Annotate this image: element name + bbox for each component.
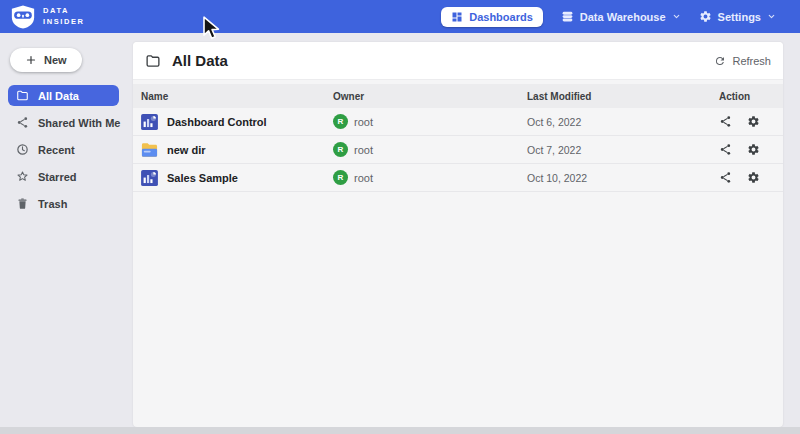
owl-logo-icon xyxy=(10,4,36,30)
row-modified: Oct 6, 2022 xyxy=(527,116,581,128)
action-cell xyxy=(719,115,775,128)
chevron-down-icon xyxy=(672,12,681,21)
share-button[interactable] xyxy=(719,115,732,128)
nav-settings-button[interactable]: Settings xyxy=(699,10,776,23)
dashboard-file-icon xyxy=(141,114,158,130)
main-panel: All Data Refresh Name Owner Last Modifie… xyxy=(133,42,783,427)
share-icon xyxy=(16,116,29,129)
refresh-button[interactable]: Refresh xyxy=(714,55,771,67)
owner-avatar-initial: R xyxy=(338,145,344,154)
gear-icon xyxy=(747,115,760,128)
owner-name: root xyxy=(354,172,373,184)
bottom-strip xyxy=(0,427,800,434)
owner-cell: R root xyxy=(333,142,527,157)
dashboards-icon xyxy=(451,11,463,23)
row-name[interactable]: Dashboard Control xyxy=(167,116,267,128)
dashboard-file-icon xyxy=(141,170,158,186)
last-modified-cell: Oct 6, 2022 xyxy=(527,116,719,128)
chevron-down-icon xyxy=(767,12,776,21)
brand-line1: DATA xyxy=(43,6,85,16)
plus-icon xyxy=(25,54,37,66)
table-row[interactable]: new dir R root Oct 7, 2022 xyxy=(133,136,783,164)
row-modified: Oct 7, 2022 xyxy=(527,144,581,156)
page-title: All Data xyxy=(172,52,228,69)
name-cell: Sales Sample xyxy=(141,170,333,186)
trash-icon xyxy=(16,197,29,210)
owner-avatar-initial: R xyxy=(338,173,344,182)
table-row[interactable]: Sales Sample R root Oct 10, 2022 xyxy=(133,164,783,192)
owner-cell: R root xyxy=(333,114,527,129)
sidebar-item-trash[interactable]: Trash xyxy=(8,193,119,214)
app-window: DATA INSIDER Dashboards Data Warehouse S… xyxy=(0,0,800,434)
owner-avatar: R xyxy=(333,170,348,185)
new-button[interactable]: New xyxy=(10,48,82,72)
refresh-label: Refresh xyxy=(732,55,771,67)
gear-icon xyxy=(747,171,760,184)
row-name[interactable]: new dir xyxy=(167,144,206,156)
share-button[interactable] xyxy=(719,171,732,184)
owner-name: root xyxy=(354,116,373,128)
sidebar-item-all-data[interactable]: All Data xyxy=(8,85,119,106)
nav-dashboards-label: Dashboards xyxy=(469,11,533,23)
last-modified-cell: Oct 10, 2022 xyxy=(527,172,719,184)
new-button-label: New xyxy=(44,54,67,66)
action-cell xyxy=(719,143,775,156)
clock-icon xyxy=(16,143,29,156)
share-icon xyxy=(719,115,732,128)
top-nav: Dashboards Data Warehouse Settings xyxy=(441,7,776,27)
sidebar-item-label: Trash xyxy=(38,198,67,210)
last-modified-cell: Oct 7, 2022 xyxy=(527,144,719,156)
name-cell: Dashboard Control xyxy=(141,114,333,130)
star-icon xyxy=(16,170,29,183)
row-settings-button[interactable] xyxy=(747,143,760,156)
sidebar: New All Data Shared With Me Recent Starr… xyxy=(0,33,127,427)
main-header: All Data Refresh xyxy=(133,42,783,80)
column-header-owner: Owner xyxy=(333,91,527,102)
row-settings-button[interactable] xyxy=(747,171,760,184)
database-icon xyxy=(561,10,574,23)
sidebar-item-starred[interactable]: Starred xyxy=(8,166,119,187)
sidebar-item-recent[interactable]: Recent xyxy=(8,139,119,160)
sidebar-item-label: All Data xyxy=(38,90,79,102)
gear-icon xyxy=(747,143,760,156)
row-name[interactable]: Sales Sample xyxy=(167,172,238,184)
folder-icon xyxy=(145,53,161,69)
column-header-action: Action xyxy=(719,91,775,102)
row-modified: Oct 10, 2022 xyxy=(527,172,587,184)
name-cell: new dir xyxy=(141,142,333,158)
owner-avatar-initial: R xyxy=(338,117,344,126)
row-settings-button[interactable] xyxy=(747,115,760,128)
column-header-name: Name xyxy=(141,91,333,102)
table-body: Dashboard Control R root Oct 6, 2022 xyxy=(133,108,783,192)
folder-icon xyxy=(16,89,29,102)
nav-data-warehouse-label: Data Warehouse xyxy=(580,11,666,23)
nav-settings-label: Settings xyxy=(718,11,761,23)
topbar: DATA INSIDER Dashboards Data Warehouse S… xyxy=(0,0,800,33)
share-icon xyxy=(719,143,732,156)
table-header: Name Owner Last Modified Action xyxy=(133,84,783,108)
sidebar-item-shared-with-me[interactable]: Shared With Me xyxy=(8,112,119,133)
refresh-icon xyxy=(714,55,726,67)
owner-avatar: R xyxy=(333,114,348,129)
table-row[interactable]: Dashboard Control R root Oct 6, 2022 xyxy=(133,108,783,136)
owner-cell: R root xyxy=(333,170,527,185)
sidebar-item-label: Starred xyxy=(38,171,77,183)
brand-line2: INSIDER xyxy=(43,17,85,27)
share-button[interactable] xyxy=(719,143,732,156)
nav-dashboards-button[interactable]: Dashboards xyxy=(441,7,543,27)
brand: DATA INSIDER xyxy=(10,4,85,30)
nav-data-warehouse-button[interactable]: Data Warehouse xyxy=(561,10,681,23)
folder-file-icon xyxy=(141,142,158,158)
sidebar-menu: All Data Shared With Me Recent Starred T… xyxy=(0,85,127,214)
action-cell xyxy=(719,171,775,184)
sidebar-item-label: Shared With Me xyxy=(38,117,120,129)
sidebar-item-label: Recent xyxy=(38,144,75,156)
brand-text: DATA INSIDER xyxy=(43,6,85,26)
column-header-last-modified: Last Modified xyxy=(527,91,719,102)
owner-avatar: R xyxy=(333,142,348,157)
owner-name: root xyxy=(354,144,373,156)
gear-icon xyxy=(699,10,712,23)
share-icon xyxy=(719,171,732,184)
